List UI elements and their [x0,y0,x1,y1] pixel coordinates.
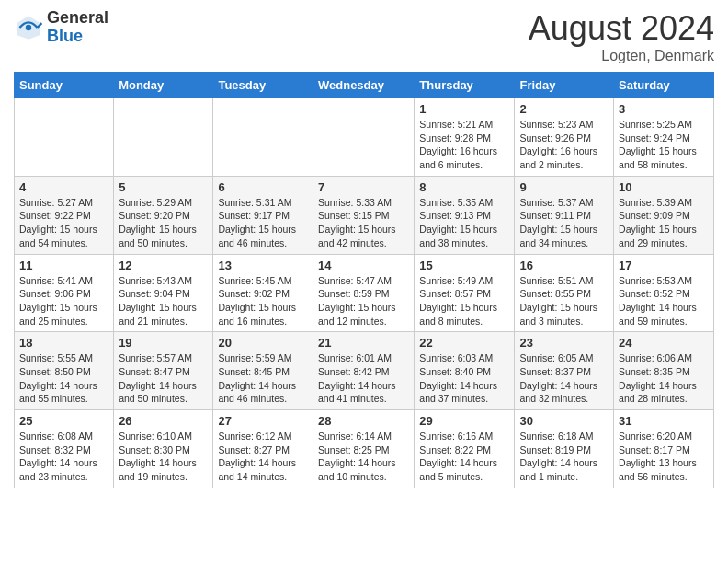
day-info: Sunrise: 5:31 AM Sunset: 9:17 PM Dayligh… [218,196,308,250]
day-info: Sunrise: 5:25 AM Sunset: 9:24 PM Dayligh… [619,118,709,172]
calendar-week-1: 1Sunrise: 5:21 AM Sunset: 9:28 PM Daylig… [15,98,714,177]
day-number: 1 [419,102,509,116]
day-info: Sunrise: 5:57 AM Sunset: 8:47 PM Dayligh… [119,351,208,406]
calendar-week-2: 4Sunrise: 5:27 AM Sunset: 9:22 PM Daylig… [15,176,714,254]
day-number: 4 [19,180,108,194]
day-info: Sunrise: 6:01 AM Sunset: 8:42 PM Dayligh… [318,351,409,406]
day-info: Sunrise: 5:23 AM Sunset: 9:26 PM Dayligh… [519,118,609,172]
svg-point-1 [26,25,31,30]
calendar-week-3: 11Sunrise: 5:41 AM Sunset: 9:06 PM Dayli… [15,254,714,332]
day-info: Sunrise: 5:45 AM Sunset: 9:02 PM Dayligh… [218,274,308,328]
calendar-cell: 15Sunrise: 5:49 AM Sunset: 8:57 PM Dayli… [415,254,515,332]
weekday-header-friday: Friday [515,73,614,98]
day-number: 12 [119,259,208,272]
calendar-cell: 22Sunrise: 6:03 AM Sunset: 8:40 PM Dayli… [415,332,515,410]
day-info: Sunrise: 6:06 AM Sunset: 8:35 PM Dayligh… [619,351,709,406]
logo-icon [14,13,43,42]
day-info: Sunrise: 5:47 AM Sunset: 8:59 PM Dayligh… [318,274,409,328]
calendar-cell: 9Sunrise: 5:37 AM Sunset: 9:11 PM Daylig… [515,176,614,254]
weekday-header-thursday: Thursday [415,73,515,98]
day-info: Sunrise: 5:59 AM Sunset: 8:45 PM Dayligh… [218,351,308,406]
day-info: Sunrise: 5:37 AM Sunset: 9:11 PM Dayligh… [519,196,609,250]
day-info: Sunrise: 5:35 AM Sunset: 9:13 PM Dayligh… [419,196,509,250]
calendar-cell: 6Sunrise: 5:31 AM Sunset: 9:17 PM Daylig… [213,176,313,254]
calendar-cell: 26Sunrise: 6:10 AM Sunset: 8:30 PM Dayli… [114,410,213,488]
logo-blue-text: Blue [47,28,108,46]
calendar-cell: 5Sunrise: 5:29 AM Sunset: 9:20 PM Daylig… [114,176,213,254]
day-number: 24 [619,336,709,350]
calendar-cell: 28Sunrise: 6:14 AM Sunset: 8:25 PM Dayli… [313,410,414,488]
calendar-cell: 3Sunrise: 5:25 AM Sunset: 9:24 PM Daylig… [614,98,714,177]
day-number: 8 [419,180,509,194]
day-info: Sunrise: 5:51 AM Sunset: 8:55 PM Dayligh… [519,274,609,328]
day-number: 20 [218,336,308,350]
day-number: 22 [419,336,509,350]
calendar-cell: 25Sunrise: 6:08 AM Sunset: 8:32 PM Dayli… [15,410,114,488]
calendar-cell: 12Sunrise: 5:43 AM Sunset: 9:04 PM Dayli… [114,254,213,332]
calendar-cell: 13Sunrise: 5:45 AM Sunset: 9:02 PM Dayli… [213,254,313,332]
day-info: Sunrise: 6:20 AM Sunset: 8:17 PM Dayligh… [619,430,709,484]
day-number: 14 [318,259,409,272]
calendar-cell [313,98,414,177]
calendar-cell [15,98,114,177]
calendar-cell: 10Sunrise: 5:39 AM Sunset: 9:09 PM Dayli… [614,176,714,254]
calendar-week-5: 25Sunrise: 6:08 AM Sunset: 8:32 PM Dayli… [15,410,714,488]
page-header: General Blue August 2024 Logten, Denmark [14,9,714,64]
day-number: 30 [519,414,609,428]
day-info: Sunrise: 5:39 AM Sunset: 9:09 PM Dayligh… [619,196,709,250]
calendar-cell: 14Sunrise: 5:47 AM Sunset: 8:59 PM Dayli… [313,254,414,332]
calendar-cell [213,98,313,177]
day-number: 28 [318,414,409,428]
day-number: 27 [218,414,308,428]
day-number: 21 [318,336,409,350]
weekday-header-row: SundayMondayTuesdayWednesdayThursdayFrid… [15,73,714,98]
day-number: 2 [519,102,609,116]
day-info: Sunrise: 6:16 AM Sunset: 8:22 PM Dayligh… [419,430,509,484]
day-number: 29 [419,414,509,428]
day-number: 7 [318,180,409,194]
day-number: 6 [218,180,308,194]
calendar-cell: 16Sunrise: 5:51 AM Sunset: 8:55 PM Dayli… [515,254,614,332]
logo: General Blue [14,9,108,46]
location: Logten, Denmark [529,48,714,64]
calendar-cell: 19Sunrise: 5:57 AM Sunset: 8:47 PM Dayli… [114,332,213,410]
calendar-table: SundayMondayTuesdayWednesdayThursdayFrid… [14,72,714,488]
day-number: 15 [419,259,509,272]
calendar-cell: 11Sunrise: 5:41 AM Sunset: 9:06 PM Dayli… [15,254,114,332]
calendar-cell: 8Sunrise: 5:35 AM Sunset: 9:13 PM Daylig… [415,176,515,254]
weekday-header-sunday: Sunday [15,73,114,98]
day-info: Sunrise: 6:14 AM Sunset: 8:25 PM Dayligh… [318,430,409,484]
weekday-header-monday: Monday [114,73,213,98]
day-number: 11 [19,259,108,272]
day-number: 3 [619,102,709,116]
day-info: Sunrise: 6:10 AM Sunset: 8:30 PM Dayligh… [119,430,208,484]
title-block: August 2024 Logten, Denmark [529,9,714,64]
calendar-cell: 30Sunrise: 6:18 AM Sunset: 8:19 PM Dayli… [515,410,614,488]
day-number: 13 [218,259,308,272]
day-info: Sunrise: 5:55 AM Sunset: 8:50 PM Dayligh… [19,351,108,406]
calendar-cell: 1Sunrise: 5:21 AM Sunset: 9:28 PM Daylig… [415,98,515,177]
weekday-header-wednesday: Wednesday [313,73,414,98]
calendar-cell: 4Sunrise: 5:27 AM Sunset: 9:22 PM Daylig… [15,176,114,254]
day-info: Sunrise: 5:21 AM Sunset: 9:28 PM Dayligh… [419,118,509,172]
day-info: Sunrise: 5:41 AM Sunset: 9:06 PM Dayligh… [19,274,108,328]
day-number: 26 [119,414,208,428]
day-info: Sunrise: 5:49 AM Sunset: 8:57 PM Dayligh… [419,274,509,328]
day-number: 10 [619,180,709,194]
day-number: 19 [119,336,208,350]
day-number: 9 [519,180,609,194]
calendar-cell: 31Sunrise: 6:20 AM Sunset: 8:17 PM Dayli… [614,410,714,488]
day-info: Sunrise: 6:12 AM Sunset: 8:27 PM Dayligh… [218,430,308,484]
weekday-header-tuesday: Tuesday [213,73,313,98]
day-info: Sunrise: 5:53 AM Sunset: 8:52 PM Dayligh… [619,274,709,328]
calendar-cell: 20Sunrise: 5:59 AM Sunset: 8:45 PM Dayli… [213,332,313,410]
calendar-cell: 21Sunrise: 6:01 AM Sunset: 8:42 PM Dayli… [313,332,414,410]
calendar-cell: 17Sunrise: 5:53 AM Sunset: 8:52 PM Dayli… [614,254,714,332]
calendar-week-4: 18Sunrise: 5:55 AM Sunset: 8:50 PM Dayli… [15,332,714,410]
calendar-cell: 2Sunrise: 5:23 AM Sunset: 9:26 PM Daylig… [515,98,614,177]
calendar-cell: 7Sunrise: 5:33 AM Sunset: 9:15 PM Daylig… [313,176,414,254]
calendar-cell: 27Sunrise: 6:12 AM Sunset: 8:27 PM Dayli… [213,410,313,488]
calendar-cell: 24Sunrise: 6:06 AM Sunset: 8:35 PM Dayli… [614,332,714,410]
day-number: 23 [519,336,609,350]
logo-general-text: General [47,9,108,28]
